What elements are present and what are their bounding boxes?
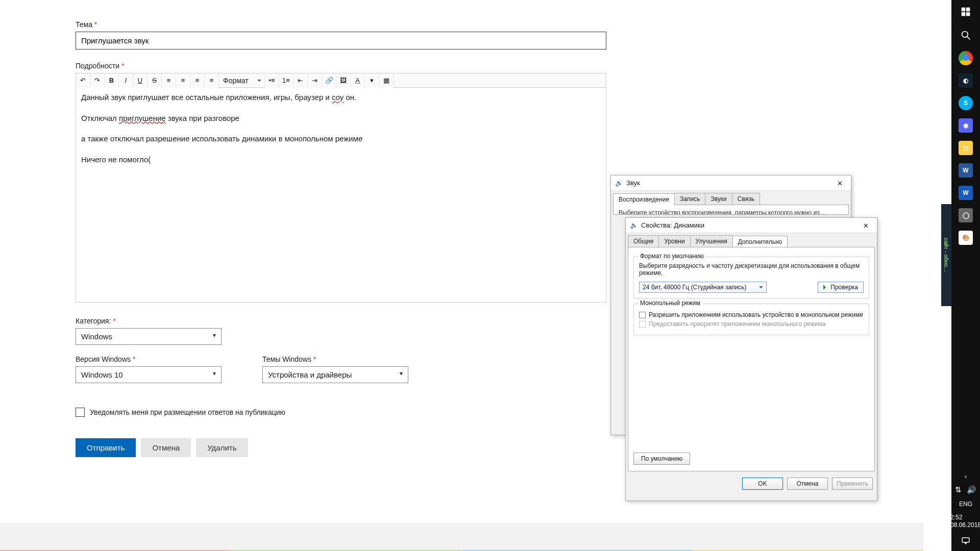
discord-icon: ◉ bbox=[959, 118, 973, 133]
play-icon bbox=[823, 285, 828, 290]
chevron-up-icon: ‹ bbox=[965, 473, 967, 480]
exclusive-label: Разрешить приложениям использовать устро… bbox=[649, 311, 863, 318]
tab-playback[interactable]: Воспроизведение bbox=[613, 193, 675, 205]
tab-comm[interactable]: Связь bbox=[732, 193, 760, 205]
svg-rect-3 bbox=[966, 12, 970, 16]
skype-icon: S bbox=[959, 96, 973, 110]
windows-icon bbox=[961, 7, 971, 17]
close-icon[interactable]: ✕ bbox=[854, 218, 877, 233]
editor-body[interactable]: Данный звук приглушает все остальные при… bbox=[76, 88, 606, 302]
paint-icon: 🎨 bbox=[959, 231, 973, 245]
svg-rect-1 bbox=[966, 8, 970, 12]
topic-input[interactable] bbox=[76, 32, 606, 49]
close-icon[interactable]: ✕ bbox=[828, 176, 851, 191]
explorer-app[interactable]: 🗀 bbox=[951, 137, 980, 159]
chrome-icon bbox=[959, 51, 973, 65]
strike-icon[interactable]: S bbox=[148, 73, 162, 88]
svg-rect-6 bbox=[962, 538, 969, 542]
submit-button[interactable]: Отправить bbox=[76, 438, 136, 457]
cancel-button[interactable]: Отмена bbox=[787, 478, 828, 490]
link-icon[interactable]: 🔗 bbox=[322, 73, 336, 88]
props-title[interactable]: 🔈 Свойства: Динамики ✕ bbox=[626, 218, 877, 233]
font-color-picker-icon[interactable]: ▾ bbox=[365, 73, 379, 88]
bold-icon[interactable]: B bbox=[105, 73, 119, 88]
outdent-icon[interactable]: ⇤ bbox=[293, 73, 308, 88]
tab-enhance[interactable]: Улучшения bbox=[690, 235, 733, 247]
skype-app[interactable]: S bbox=[951, 92, 980, 114]
defaults-button[interactable]: По умолчанию bbox=[633, 453, 690, 465]
format-combo[interactable]: 24 бит, 48000 Гц (Студийная запись) bbox=[639, 282, 767, 293]
word2-app[interactable]: W bbox=[951, 182, 980, 204]
svg-line-5 bbox=[967, 37, 970, 40]
exclusive-checkbox[interactable] bbox=[639, 312, 646, 318]
volume-icon[interactable]: 🔊 bbox=[967, 485, 976, 494]
tab-general[interactable]: Общие bbox=[628, 235, 659, 247]
steam-icon: ◐ bbox=[959, 73, 973, 88]
group-format-title: Формат по умолчанию bbox=[638, 253, 706, 260]
steam-side-tab[interactable]: сайт - обно… bbox=[941, 204, 951, 306]
underline-icon[interactable]: U bbox=[133, 73, 148, 88]
theme-label: Темы Windows * bbox=[262, 355, 408, 363]
support-form: Тема * Подробности * ↶ ↷ B I U S ≡ ≡ ≡ ≡… bbox=[76, 20, 606, 457]
priority-label: Предоставить приоритет приложениям моноп… bbox=[649, 320, 825, 328]
cancel-button[interactable]: Отмена bbox=[141, 438, 191, 457]
delete-button[interactable]: Удалить bbox=[196, 438, 248, 457]
format-dropdown[interactable]: Формат bbox=[219, 73, 265, 88]
tab-record[interactable]: Запись bbox=[674, 193, 705, 205]
search-icon bbox=[961, 30, 971, 40]
image-icon[interactable]: 🖼 bbox=[336, 73, 351, 88]
paint-app[interactable]: 🎨 bbox=[951, 227, 980, 249]
speaker-properties-dialog: 🔈 Свойства: Динамики ✕ Общие Уровни Улуч… bbox=[625, 217, 877, 501]
svg-rect-0 bbox=[962, 8, 966, 12]
taskbar: ◐ S ◉ 🗀 W W ◯ 🎨 ‹ ⇅ 🔊 ENG 2:52 08.06.201… bbox=[951, 0, 980, 551]
word-app[interactable]: W bbox=[951, 159, 980, 182]
redo-icon[interactable]: ↷ bbox=[90, 73, 105, 88]
editor-line: Ничего не помогло( bbox=[81, 154, 601, 166]
font-color-icon[interactable]: A bbox=[351, 73, 365, 88]
network-icon[interactable]: ⇅ bbox=[955, 485, 962, 494]
speaker-icon: 🔊 bbox=[615, 179, 623, 187]
notify-checkbox[interactable] bbox=[76, 408, 85, 417]
version-select[interactable]: Windows 10 bbox=[76, 366, 222, 383]
clock[interactable]: 2:52 08.06.2018 bbox=[950, 511, 980, 532]
table-icon[interactable]: ▦ bbox=[379, 73, 394, 88]
number-list-icon[interactable]: 1≡ bbox=[279, 73, 293, 88]
start-button[interactable] bbox=[951, 0, 980, 23]
version-label: Версия Windows * bbox=[76, 355, 222, 363]
language-indicator[interactable]: ENG bbox=[959, 497, 972, 511]
rich-editor: ↶ ↷ B I U S ≡ ≡ ≡ ≡ Формат •≡ 1≡ ⇤ ⇥ 🔗 🖼… bbox=[76, 73, 606, 303]
category-select[interactable]: Windows bbox=[76, 328, 222, 345]
bullet-list-icon[interactable]: •≡ bbox=[265, 73, 279, 88]
align-center-icon[interactable]: ≡ bbox=[176, 73, 190, 88]
sound-dialog-title[interactable]: 🔊 Звук ✕ bbox=[611, 176, 851, 191]
tab-advanced[interactable]: Дополнительно bbox=[732, 236, 788, 247]
steam-app[interactable]: ◐ bbox=[951, 69, 980, 92]
indent-icon[interactable]: ⇥ bbox=[308, 73, 322, 88]
chrome-app[interactable] bbox=[951, 47, 980, 69]
test-button[interactable]: Проверка bbox=[818, 282, 864, 293]
group-exclusive-title: Монопольный режим bbox=[638, 299, 702, 307]
search-button[interactable] bbox=[951, 23, 980, 47]
action-center[interactable] bbox=[961, 532, 970, 551]
tab-sounds[interactable]: Звуки bbox=[705, 193, 732, 205]
undo-icon[interactable]: ↶ bbox=[76, 73, 90, 88]
format-desc: Выберите разрядность и частоту дискретиз… bbox=[639, 262, 864, 277]
editor-line: Данный звук приглушает все остальные при… bbox=[81, 92, 601, 104]
editor-toolbar: ↶ ↷ B I U S ≡ ≡ ≡ ≡ Формат •≡ 1≡ ⇤ ⇥ 🔗 🖼… bbox=[76, 73, 606, 88]
svg-rect-2 bbox=[962, 12, 966, 16]
sound-note: Выберите устройство воспроизведения, пар… bbox=[619, 209, 843, 215]
ok-button[interactable]: OK bbox=[742, 478, 783, 490]
app-icon: ◯ bbox=[959, 208, 973, 222]
editor-line: а также отключал разрешение использовать… bbox=[81, 133, 601, 145]
tray-expand[interactable]: ‹ bbox=[965, 471, 967, 482]
theme-select[interactable]: Устройства и драйверы bbox=[262, 366, 408, 383]
unknown-app[interactable]: ◯ bbox=[951, 204, 980, 227]
italic-icon[interactable]: I bbox=[119, 73, 133, 88]
discord-app[interactable]: ◉ bbox=[951, 114, 980, 137]
align-justify-icon[interactable]: ≡ bbox=[205, 73, 219, 88]
svg-point-4 bbox=[962, 32, 968, 38]
speaker-icon: 🔈 bbox=[630, 221, 638, 230]
align-left-icon[interactable]: ≡ bbox=[162, 73, 176, 88]
align-right-icon[interactable]: ≡ bbox=[190, 73, 205, 88]
tab-levels[interactable]: Уровни bbox=[658, 235, 690, 247]
